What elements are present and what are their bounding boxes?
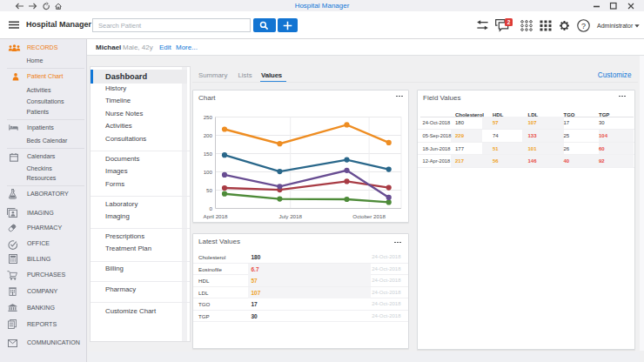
svg-text:July 2018: July 2018 xyxy=(278,212,302,218)
svg-text:250: 250 xyxy=(204,113,213,119)
svg-text:100: 100 xyxy=(204,168,213,174)
svg-text:0: 0 xyxy=(210,204,213,211)
svg-text:150: 150 xyxy=(204,150,213,156)
svg-text:200: 200 xyxy=(204,131,213,137)
svg-text:50: 50 xyxy=(206,186,212,192)
svg-text:?: ? xyxy=(581,22,586,30)
svg-text:October 2018: October 2018 xyxy=(352,212,386,218)
svg-text:April 2018: April 2018 xyxy=(204,212,228,218)
